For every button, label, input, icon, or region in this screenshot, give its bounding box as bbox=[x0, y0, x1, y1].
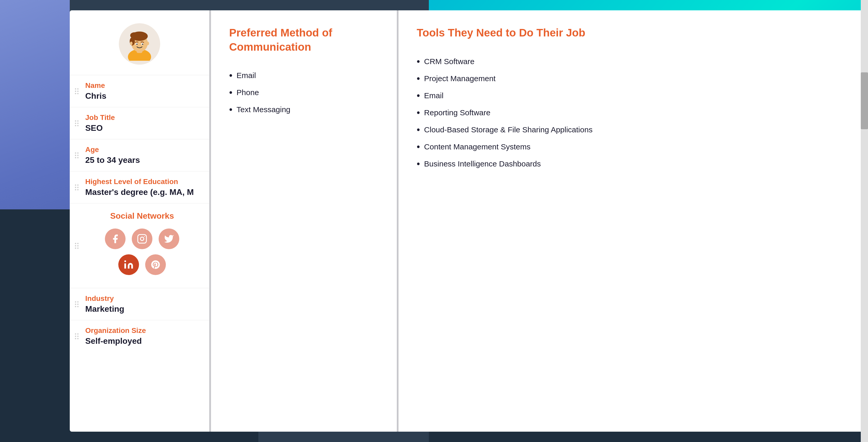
tools-list: CRM SoftwareProject ManagementEmailRepor… bbox=[417, 53, 843, 172]
profile-name-field: Name Chris bbox=[70, 75, 209, 107]
panel-profile: Name Chris Job Title SEO Age 25 to 34 ye… bbox=[70, 10, 209, 432]
tool-item: Email bbox=[417, 87, 843, 104]
avatar-illustration bbox=[123, 27, 156, 61]
drag-handle-education bbox=[75, 184, 79, 190]
tool-item: Cloud-Based Storage & File Sharing Appli… bbox=[417, 121, 843, 138]
drag-handle-org-size bbox=[75, 333, 79, 339]
communication-methods-list: EmailPhoneText Messaging bbox=[229, 67, 379, 118]
industry-value: Marketing bbox=[85, 304, 199, 314]
job-title-label: Job Title bbox=[85, 114, 199, 122]
instagram-icon[interactable] bbox=[132, 229, 152, 249]
org-size-value: Self-employed bbox=[85, 336, 199, 346]
panel-communication: Preferred Method of Communication EmailP… bbox=[211, 10, 397, 432]
communication-method-item: Text Messaging bbox=[229, 101, 379, 118]
profile-education-field: Highest Level of Education Master's degr… bbox=[70, 171, 209, 203]
twitter-icon[interactable] bbox=[159, 229, 179, 249]
social-icons-row-2 bbox=[85, 254, 199, 275]
content-wrapper: Name Chris Job Title SEO Age 25 to 34 ye… bbox=[70, 10, 861, 432]
panel-tools: Tools They Need to Do Their Job CRM Soft… bbox=[398, 10, 861, 432]
svg-point-9 bbox=[142, 44, 144, 45]
org-size-label: Organization Size bbox=[85, 326, 199, 335]
profile-industry-field: Industry Marketing bbox=[70, 288, 209, 320]
tool-item: Project Management bbox=[417, 70, 843, 87]
drag-handle-age bbox=[75, 152, 79, 158]
panel-separator-1 bbox=[209, 10, 211, 432]
tool-item: Business Intelligence Dashboards bbox=[417, 155, 843, 172]
profile-org-size-field: Organization Size Self-employed bbox=[70, 320, 209, 352]
scrollbar-thumb[interactable] bbox=[861, 72, 868, 129]
age-label: Age bbox=[85, 146, 199, 154]
tools-title: Tools They Need to Do Their Job bbox=[417, 26, 843, 40]
svg-point-15 bbox=[124, 260, 126, 262]
linkedin-icon[interactable] bbox=[118, 254, 139, 275]
svg-point-11 bbox=[147, 41, 149, 45]
social-networks-section: Social Networks bbox=[70, 203, 209, 288]
facebook-icon[interactable] bbox=[105, 229, 126, 249]
avatar bbox=[119, 23, 160, 65]
tool-item: Reporting Software bbox=[417, 104, 843, 121]
name-label: Name bbox=[85, 82, 199, 90]
communication-method-item: Phone bbox=[229, 84, 379, 101]
drag-handle-job-title bbox=[75, 120, 79, 126]
education-label: Highest Level of Education bbox=[85, 178, 199, 186]
svg-point-8 bbox=[136, 44, 138, 45]
industry-label: Industry bbox=[85, 294, 199, 303]
drag-handle-name bbox=[75, 88, 79, 94]
social-icons-row-1 bbox=[85, 229, 199, 249]
drag-handle-social bbox=[75, 243, 79, 249]
drag-handle-industry bbox=[75, 301, 79, 307]
svg-rect-12 bbox=[138, 234, 146, 243]
panel-separator-2 bbox=[397, 10, 398, 432]
profile-age-field: Age 25 to 34 years bbox=[70, 139, 209, 171]
svg-rect-14 bbox=[124, 263, 126, 269]
tool-item: CRM Software bbox=[417, 53, 843, 70]
scrollbar[interactable] bbox=[861, 0, 868, 442]
pinterest-icon[interactable] bbox=[145, 254, 166, 275]
communication-method-item: Email bbox=[229, 67, 379, 84]
svg-point-5 bbox=[130, 32, 138, 38]
profile-job-title-field: Job Title SEO bbox=[70, 107, 209, 139]
social-networks-title: Social Networks bbox=[85, 211, 199, 221]
tool-item: Content Management Systems bbox=[417, 138, 843, 155]
age-value: 25 to 34 years bbox=[85, 155, 199, 165]
name-value: Chris bbox=[85, 91, 199, 101]
job-title-value: SEO bbox=[85, 123, 199, 133]
communication-title: Preferred Method of Communication bbox=[229, 26, 379, 54]
svg-point-10 bbox=[130, 41, 132, 45]
education-value: Master's degree (e.g. MA, M bbox=[85, 187, 199, 197]
